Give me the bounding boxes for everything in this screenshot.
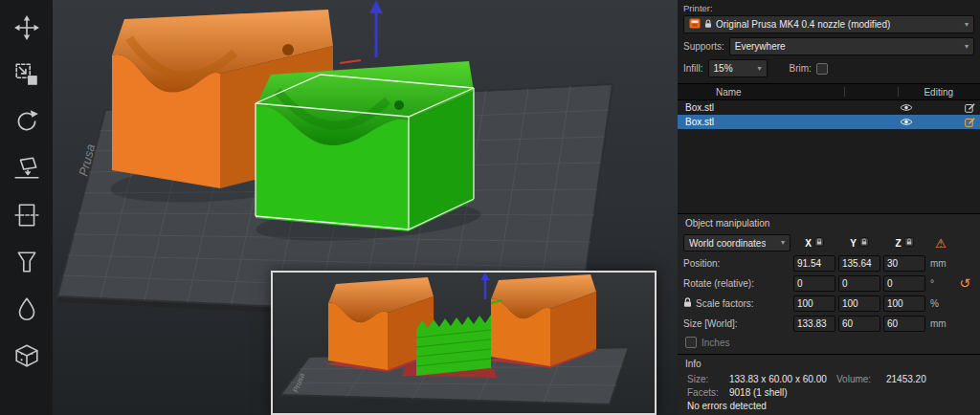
coordinates-select[interactable]: World coordinates ▾: [683, 234, 791, 251]
rotate-x-input[interactable]: [793, 275, 835, 292]
place-on-face-icon: [13, 155, 40, 184]
gizmo-toolbar: [0, 0, 53, 415]
info-volume-value: 21453.20: [886, 374, 926, 384]
viewport-3d: Prusa: [53, 0, 678, 415]
infill-label: Infill:: [683, 63, 703, 74]
scale-y-input[interactable]: [838, 295, 880, 312]
scale-icon: [13, 61, 40, 90]
position-y-input[interactable]: [838, 255, 880, 272]
rotate-unit: °: [928, 278, 953, 289]
info-facets-value: 9018 (1 shell): [729, 387, 788, 398]
tool-seam[interactable]: [8, 291, 46, 329]
chevron-down-icon: ▾: [965, 43, 969, 51]
info-size-label: Size:: [687, 374, 729, 384]
preview-orange-right: [491, 274, 596, 366]
chevron-down-icon: ▾: [781, 239, 785, 247]
object-row-selected[interactable]: Box.stl: [678, 115, 980, 129]
eye-icon[interactable]: [896, 118, 917, 126]
uniform-scale-lock-icon[interactable]: [683, 297, 692, 310]
object-list-empty-area: [678, 129, 980, 213]
printer-label: Printer:: [683, 3, 974, 13]
tool-move[interactable]: [8, 10, 46, 48]
supports-select[interactable]: Everywhere ▾: [729, 37, 974, 55]
infill-value: 15%: [714, 63, 733, 74]
move-icon: [13, 14, 40, 43]
size-x-input[interactable]: [793, 316, 835, 332]
position-label: Position:: [683, 258, 791, 269]
object-list: Name Editing Box.stl Box.stl: [678, 83, 980, 213]
axis-y-header: Y: [838, 237, 880, 249]
printer-name: Original Prusa MK4 0.4 nozzle (modified): [716, 19, 890, 30]
cut-icon: [13, 202, 40, 230]
rotate-z-input[interactable]: [883, 275, 925, 292]
scale-z-input[interactable]: [883, 295, 925, 312]
position-x-input[interactable]: [793, 255, 835, 272]
seam-icon: [13, 295, 40, 324]
tool-support-paint[interactable]: [8, 244, 46, 282]
supports-value: Everywhere: [735, 41, 786, 52]
manipulation-title: Object manipulation: [678, 214, 980, 231]
tool-place-on-face[interactable]: [8, 150, 46, 188]
object-name: Box.stl: [678, 117, 896, 127]
reset-rotation-button[interactable]: ↺: [956, 276, 973, 290]
name-column-header: Name: [716, 87, 742, 98]
size-z-input[interactable]: [883, 316, 925, 332]
orange-model-hole: [282, 44, 294, 55]
size-label: Size [World]:: [683, 318, 791, 329]
axis-lock-icon[interactable]: [859, 237, 869, 249]
chevron-down-icon: ▾: [758, 65, 762, 73]
info-title: Info: [678, 355, 980, 372]
tool-measure[interactable]: [8, 338, 46, 376]
x-axis-tick: [340, 60, 361, 63]
axis-z-header: Z: [883, 237, 925, 249]
position-unit: mm: [928, 258, 953, 269]
rotate-y-input[interactable]: [838, 275, 880, 292]
object-row[interactable]: Box.stl: [678, 100, 980, 115]
rotate-label: Rotate (relative):: [683, 278, 791, 289]
eye-icon[interactable]: [896, 103, 917, 112]
object-list-header: Name Editing: [678, 84, 980, 100]
supports-label: Supports:: [683, 41, 724, 52]
info-section: Info Size: 133.83 x 60.00 x 60.00 Volume…: [678, 354, 980, 415]
inches-label: Inches: [702, 338, 729, 348]
brim-checkbox[interactable]: [816, 63, 828, 75]
axis-x-header: X: [793, 237, 835, 249]
green-model-hole: [394, 100, 404, 110]
info-size-value: 133.83 x 60.00 x 60.00: [729, 374, 836, 384]
settings-panel: Printer: Original Prusa MK4 0.4 nozzle (…: [678, 0, 980, 415]
infill-select[interactable]: 15% ▾: [708, 59, 768, 77]
axis-lock-icon[interactable]: [904, 237, 914, 249]
slicer-app: Prusa: [0, 0, 980, 415]
warning-icon: ⚠: [928, 236, 953, 251]
lock-icon: [704, 19, 712, 31]
info-errors-text: No errors detected: [687, 401, 767, 411]
inches-checkbox[interactable]: [685, 337, 697, 348]
tool-scale[interactable]: [8, 56, 46, 95]
scale-label: Scale factors:: [683, 297, 791, 310]
object-name: Box.stl: [678, 102, 896, 113]
printer-profile-icon: [689, 18, 701, 31]
edit-icon[interactable]: [959, 117, 980, 127]
scale-x-input[interactable]: [793, 295, 835, 312]
coordinates-value: World coordinates: [689, 238, 766, 249]
editing-column-header: Editing: [924, 87, 953, 98]
chevron-down-icon: ▾: [965, 21, 969, 29]
position-z-input[interactable]: [883, 255, 925, 272]
size-unit: mm: [928, 318, 953, 329]
sliced-preview-window: Prusa: [271, 271, 657, 415]
model-green-selected[interactable]: [256, 61, 474, 231]
size-y-input[interactable]: [838, 316, 880, 332]
measure-icon: [13, 342, 40, 371]
tool-rotate[interactable]: [8, 103, 46, 142]
brim-label: Brim:: [790, 63, 812, 74]
edit-icon[interactable]: [959, 102, 980, 113]
scale-unit: %: [928, 298, 953, 309]
tool-cut[interactable]: [8, 197, 46, 235]
info-volume-label: Volume:: [836, 374, 886, 384]
info-facets-label: Facets:: [687, 387, 729, 398]
z-axis-arrow: [340, 0, 383, 63]
printer-select[interactable]: Original Prusa MK4 0.4 nozzle (modified)…: [683, 15, 974, 33]
rotate-icon: [13, 108, 40, 137]
object-manipulation-section: Object manipulation World coordinates ▾ …: [678, 213, 980, 354]
axis-lock-icon[interactable]: [814, 237, 824, 249]
